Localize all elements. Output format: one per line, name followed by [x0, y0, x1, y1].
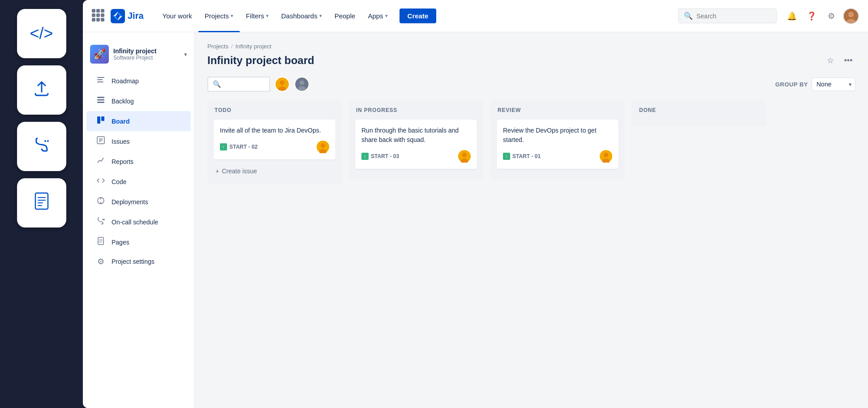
- project-header[interactable]: 🚀 Infinity project Software Project ▾: [83, 41, 194, 71]
- create-issue-button[interactable]: + Create issue: [214, 164, 335, 178]
- card-footer-inprogress-1: ↑ START - 03: [361, 150, 471, 163]
- svg-point-45: [604, 153, 608, 157]
- sidebar-item-project-settings[interactable]: ⚙ Project settings: [86, 252, 191, 271]
- dashboards-chevron-icon: ▾: [319, 13, 322, 19]
- upload-app-card[interactable]: [17, 65, 66, 115]
- card-assignee-review-1: [600, 150, 612, 163]
- project-avatar-icon: 🚀: [94, 48, 106, 60]
- nav-people[interactable]: People: [328, 0, 362, 32]
- sidebar-backlog-label: Backlog: [112, 98, 134, 105]
- card-assignee-todo-1: [317, 141, 329, 153]
- help-button[interactable]: ❓: [804, 8, 820, 24]
- doc-app-card[interactable]: [17, 178, 66, 228]
- svg-rect-16: [97, 102, 104, 103]
- kanban-col-review: REVIEW Review the DevOps project to get …: [490, 101, 625, 180]
- board-search-input[interactable]: [224, 81, 264, 88]
- search-icon: 🔍: [684, 12, 693, 20]
- card-text-todo-1: Invite all of the team to Jira DevOps.: [220, 126, 329, 135]
- star-button[interactable]: ☆: [823, 53, 838, 68]
- svg-rect-14: [97, 97, 104, 98]
- todo-col-header: TODO: [214, 107, 335, 113]
- create-button[interactable]: Create: [400, 9, 437, 23]
- done-col-header: DONE: [638, 107, 760, 113]
- nav-actions: 🔔 ❓ ⚙: [784, 8, 859, 24]
- doc-icon: [33, 191, 51, 215]
- filter-avatar-2[interactable]: [294, 77, 309, 92]
- sidebar-item-reports[interactable]: Reports: [86, 151, 191, 172]
- sidebar-item-board[interactable]: Board: [86, 111, 191, 131]
- sidebar-item-issues[interactable]: Issues: [86, 131, 191, 151]
- svg-rect-7: [111, 9, 125, 23]
- filter-avatar-1[interactable]: [275, 77, 290, 92]
- apps-grid-icon[interactable]: [92, 9, 106, 23]
- sidebar-item-pages[interactable]: Pages: [86, 232, 191, 252]
- notification-button[interactable]: 🔔: [784, 8, 800, 24]
- filter-avatar-2-image: [295, 77, 309, 91]
- kanban-card-inprogress-1[interactable]: Run through the basic tutorials and shar…: [355, 120, 477, 169]
- project-info: Infinity project Software Project: [113, 47, 180, 61]
- more-button[interactable]: •••: [841, 53, 855, 68]
- oncall-icon: [95, 216, 106, 228]
- breadcrumb: Projects / Infinity project: [207, 43, 855, 50]
- kanban-card-todo-1[interactable]: Invite all of the team to Jira DevOps. ↑…: [214, 120, 335, 159]
- sidebar-item-deployments[interactable]: Deployments: [86, 192, 191, 212]
- user-avatar[interactable]: [843, 8, 859, 24]
- svg-rect-2: [35, 193, 48, 209]
- breadcrumb-project-link[interactable]: Infinity project: [236, 43, 271, 50]
- card-tag-icon-inprogress-1: ↑: [361, 153, 369, 160]
- card-text-review-1: Review the DevOps project to get started…: [503, 126, 612, 145]
- kanban-card-review-1[interactable]: Review the DevOps project to get started…: [497, 120, 619, 169]
- left-panel: </>: [0, 0, 83, 408]
- issues-icon: [95, 136, 106, 147]
- sidebar-project-settings-label: Project settings: [112, 258, 155, 265]
- code-app-card[interactable]: </>: [17, 9, 66, 58]
- user-avatar-image: [844, 9, 858, 23]
- content-wrapper: 🚀 Infinity project Software Project ▾ Ro…: [83, 32, 868, 408]
- board-area: Projects / Infinity project Infinity pro…: [195, 32, 868, 408]
- card-text-inprogress-1: Run through the basic tutorials and shar…: [361, 126, 471, 145]
- backlog-icon: [95, 95, 106, 107]
- board-icon: [95, 116, 106, 127]
- nav-your-work[interactable]: Your work: [156, 0, 198, 32]
- nav-projects[interactable]: Projects ▾: [198, 0, 240, 32]
- jira-logo[interactable]: Jira: [111, 9, 144, 23]
- search-input[interactable]: [696, 13, 768, 20]
- sidebar: 🚀 Infinity project Software Project ▾ Ro…: [83, 32, 195, 408]
- nav-dashboards[interactable]: Dashboards ▾: [275, 0, 328, 32]
- svg-point-9: [848, 12, 854, 17]
- filters-chevron-icon: ▾: [266, 13, 269, 19]
- card-footer-todo-1: ↑ START - 02: [220, 141, 329, 153]
- board-search-box[interactable]: 🔍: [207, 77, 270, 92]
- code-sidebar-icon: [95, 176, 106, 187]
- search-box[interactable]: 🔍: [678, 9, 777, 23]
- sidebar-item-backlog[interactable]: Backlog: [86, 91, 191, 111]
- phone-app-card[interactable]: [17, 122, 66, 171]
- project-settings-icon: ⚙: [95, 257, 106, 266]
- sidebar-item-code[interactable]: Code: [86, 172, 191, 192]
- group-by-area: GROUP BY None Assignee Epic Priority: [775, 77, 855, 91]
- project-type: Software Project: [113, 55, 180, 61]
- group-by-wrapper[interactable]: None Assignee Epic Priority: [812, 77, 855, 91]
- sidebar-pages-label: Pages: [112, 239, 129, 246]
- kanban-col-todo: TODO Invite all of the team to Jira DevO…: [207, 101, 342, 185]
- svg-point-42: [462, 153, 467, 157]
- breadcrumb-projects-link[interactable]: Projects: [207, 43, 228, 50]
- settings-button[interactable]: ⚙: [823, 8, 839, 24]
- kanban-col-inprogress: IN PROGRESS Run through the basic tutori…: [349, 101, 483, 180]
- sidebar-issues-label: Issues: [112, 138, 129, 145]
- group-by-label: GROUP BY: [775, 81, 808, 88]
- card-tag-todo-1: ↑ START - 02: [220, 143, 258, 150]
- svg-rect-15: [97, 99, 104, 101]
- card-footer-review-1: ↑ START - 01: [503, 150, 612, 163]
- roadmap-icon: [95, 75, 106, 86]
- nav-apps[interactable]: Apps ▾: [361, 0, 394, 32]
- card-tag-review-1: ↑ START - 01: [503, 153, 541, 160]
- sidebar-item-roadmap[interactable]: Roadmap: [86, 71, 191, 91]
- sidebar-item-oncall[interactable]: On-call schedule: [86, 212, 191, 232]
- nav-filters[interactable]: Filters ▾: [240, 0, 275, 32]
- filter-avatar-1-image: [275, 77, 289, 91]
- topnav: Jira Your work Projects ▾ Filters ▾ Dash…: [83, 0, 868, 32]
- group-by-select[interactable]: None Assignee Epic Priority: [812, 77, 855, 91]
- kanban-col-done: DONE: [632, 101, 766, 126]
- sidebar-reports-label: Reports: [112, 158, 133, 165]
